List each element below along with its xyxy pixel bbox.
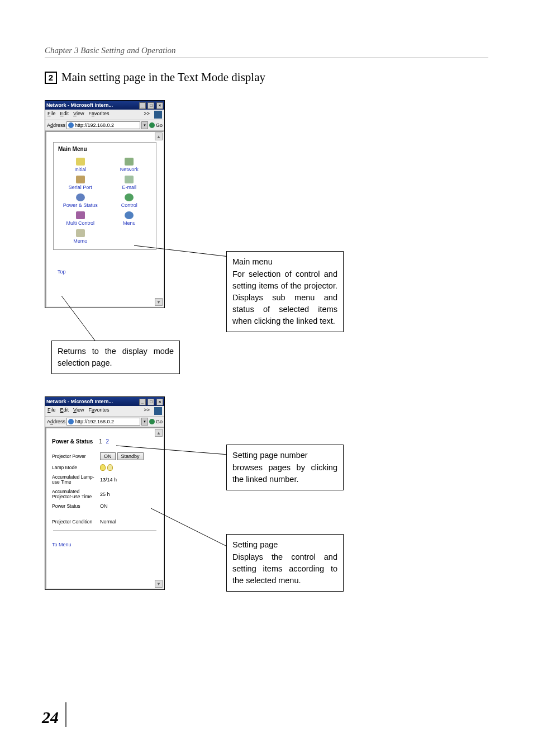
close-button[interactable]: ×	[156, 102, 163, 109]
menu-item-power[interactable]: Power & Status	[56, 193, 105, 208]
minimize-button[interactable]: _	[139, 399, 146, 405]
go-icon	[149, 122, 155, 128]
go-button[interactable]: Go	[149, 122, 163, 128]
multi-icon	[76, 211, 85, 219]
menu-favorites[interactable]: Favorites	[88, 111, 109, 119]
maximize-button[interactable]: □	[147, 399, 154, 405]
address-bar: Address http://192.168.0.2 ▼ Go	[45, 417, 164, 427]
browser-window-status: Network - Microsoft Intern... _ □ × File…	[45, 396, 165, 590]
value: 13/14 h	[100, 477, 117, 483]
menu-edit[interactable]: Edit	[60, 407, 69, 415]
chapter-header: Chapter 3 Basic Setting and Operation	[45, 46, 488, 58]
go-icon	[149, 419, 155, 424]
minimize-button[interactable]: _	[139, 102, 146, 109]
window-titlebar: Network - Microsoft Intern... _ □ ×	[45, 397, 164, 406]
value: 25 h	[100, 492, 110, 497]
browser-window-main-menu: Network - Microsoft Intern... _ □ × FFil…	[45, 100, 165, 308]
top-link[interactable]: Top	[58, 269, 163, 275]
callout-body: browses pages by clicking the linked num…	[232, 462, 337, 485]
menu-item-initial[interactable]: Initial	[56, 158, 105, 172]
window-titlebar: Network - Microsoft Intern... _ □ ×	[45, 101, 164, 110]
scroll-down-button[interactable]: ▼	[155, 298, 163, 306]
scroll-up-button[interactable]: ▲	[155, 133, 163, 140]
menu-view[interactable]: View	[73, 111, 84, 119]
row-lamp-mode: Lamp Mode	[52, 464, 158, 471]
window-title: Network - Microsoft Intern...	[46, 397, 113, 406]
svg-line-2	[116, 446, 228, 455]
menu-item-memo[interactable]: Memo	[56, 229, 105, 244]
menu-item-network[interactable]: Network	[105, 158, 154, 172]
menu-item-serial[interactable]: Serial Port	[56, 176, 105, 190]
address-label: Address	[47, 419, 65, 424]
page-link-1[interactable]: 1	[99, 438, 102, 445]
lock-icon	[76, 158, 85, 166]
callout-body: Returns to the display mode selection pa…	[58, 346, 174, 369]
menu-item-menu[interactable]: Menu	[105, 211, 154, 226]
menu-item-email[interactable]: E-mail	[105, 176, 154, 190]
page-icon	[68, 122, 74, 128]
row-condition: Projector Condition Normal	[52, 519, 158, 525]
window-sys-buttons[interactable]: _ □ ×	[139, 397, 163, 406]
callout-main-menu: Main menu For selection of control and s…	[226, 251, 344, 332]
close-button[interactable]: ×	[156, 399, 163, 405]
address-dropdown[interactable]: ▼	[141, 121, 148, 129]
network-icon	[125, 158, 134, 166]
page-link-2[interactable]: 2	[106, 438, 109, 445]
scroll-down-button[interactable]: ▼	[155, 580, 163, 588]
go-button[interactable]: Go	[149, 419, 163, 424]
menu-item-multi[interactable]: Multi Control	[56, 211, 105, 226]
row-acc-lamp: Accumulated Lamp-use Time 13/14 h	[52, 475, 158, 485]
menu-more[interactable]: >>	[144, 111, 150, 119]
callout-heading: Main menu	[232, 256, 337, 268]
memo-icon	[76, 229, 85, 237]
browser-content: ▲ ▼ Main Menu Initial Network Serial Por…	[45, 131, 164, 308]
maximize-button[interactable]: □	[147, 102, 154, 109]
address-input[interactable]: http://192.168.0.2	[66, 121, 140, 129]
menubar: FFileile Edit View Favorites >>	[45, 110, 164, 120]
address-input[interactable]: http://192.168.0.2	[66, 418, 140, 426]
on-button[interactable]: ON	[100, 452, 116, 460]
ie-logo-icon	[154, 407, 162, 415]
label: Accumulated Lamp-use Time	[52, 475, 100, 485]
connector-line	[151, 508, 229, 547]
label: Projector Condition	[52, 519, 100, 525]
menu-view[interactable]: View	[73, 407, 84, 415]
row-power-status: Power Status ON	[52, 503, 158, 509]
address-bar: Address http://192.168.0.2 ▼ Go	[45, 120, 164, 131]
callout-heading: Setting page	[232, 539, 337, 551]
menu-more[interactable]: >>	[144, 407, 150, 415]
address-label: Address	[47, 122, 65, 128]
value: Normal	[100, 519, 116, 525]
page-icon	[68, 419, 74, 424]
to-menu-link[interactable]: To Menu	[52, 542, 158, 547]
label: Projector Power	[52, 453, 100, 459]
callout-heading: Setting page number	[232, 450, 337, 461]
callout-returns: Returns to the display mode selection pa…	[51, 341, 180, 374]
bulb-dim-icon[interactable]	[107, 464, 113, 471]
menubar: File Edit View Favorites >>	[45, 406, 164, 417]
connector-line	[116, 443, 228, 460]
callout-body: Displays the control and setting items a…	[232, 551, 337, 587]
menu-item-control[interactable]: Control	[105, 193, 154, 208]
ie-logo-icon	[154, 111, 162, 119]
menu-file[interactable]: FFileile	[47, 111, 56, 119]
label: Power Status	[52, 503, 100, 509]
divider	[53, 530, 156, 531]
value: ON	[100, 503, 108, 509]
scroll-up-button[interactable]: ▲	[155, 429, 163, 437]
svg-line-0	[134, 245, 229, 257]
window-title: Network - Microsoft Intern...	[46, 101, 113, 110]
menu-file[interactable]: File	[47, 407, 56, 415]
label: Accumulated Projector-use Time	[52, 489, 100, 500]
connector-line	[134, 234, 229, 257]
window-sys-buttons[interactable]: _ □ ×	[139, 101, 163, 110]
address-dropdown[interactable]: ▼	[141, 418, 148, 426]
svg-line-3	[151, 508, 229, 547]
connector-line	[61, 296, 106, 341]
callout-body: For selection of control and setting ite…	[232, 268, 337, 327]
address-value: http://192.168.0.2	[75, 419, 114, 424]
mail-icon	[125, 176, 134, 183]
bulb-icon[interactable]	[100, 464, 106, 471]
menu-edit[interactable]: Edit	[60, 111, 69, 119]
menu-favorites[interactable]: Favorites	[88, 407, 109, 415]
